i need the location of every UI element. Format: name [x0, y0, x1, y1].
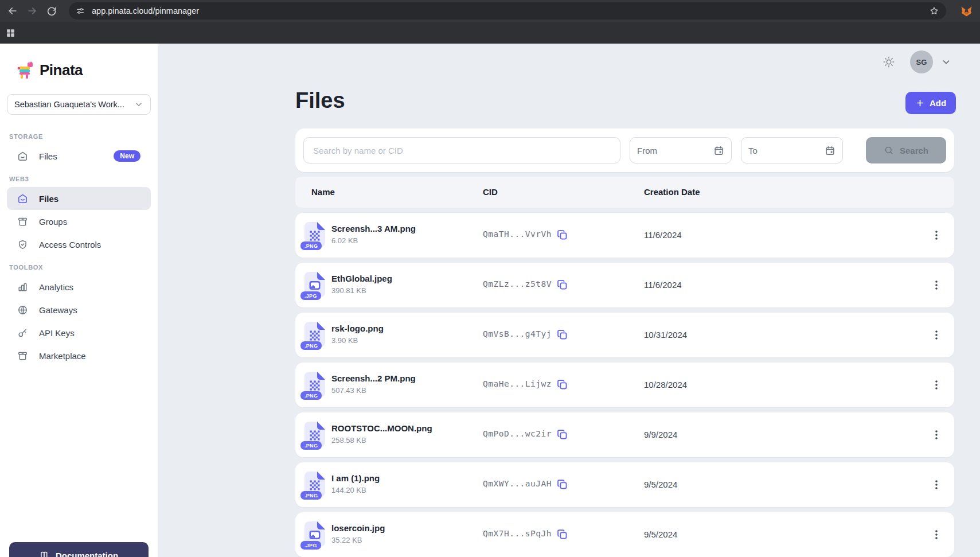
copy-cid-button[interactable] — [556, 429, 568, 441]
file-name-block: I am (1).png 144.20 KB — [331, 473, 380, 494]
sidebar-item-files-web3[interactable]: Files — [7, 187, 151, 210]
table-row[interactable]: .PNG I am (1).png 144.20 KB QmXWY...auJA… — [295, 462, 954, 507]
file-type-icon: .PNG — [304, 372, 325, 397]
row-menu-kebab-icon[interactable] — [931, 379, 942, 391]
table-row[interactable]: .PNG ROOTSTOC...MOON.png 258.58 KB QmPoD… — [295, 412, 954, 457]
sidebar-item-groups[interactable]: Groups — [7, 210, 151, 233]
sidebar-item-api-keys[interactable]: API Keys — [7, 321, 151, 344]
box-icon — [17, 350, 28, 361]
file-name: ROOTSTOC...MOON.png — [331, 423, 432, 434]
date-from-field[interactable]: From — [630, 137, 732, 163]
search-button-label: Search — [900, 146, 928, 155]
file-creation-date: 9/5/2024 — [644, 529, 677, 539]
documentation-button[interactable]: Documentation — [9, 542, 149, 557]
calendar-icon — [825, 145, 835, 156]
table-row[interactable]: .PNG rsk-logo.png 3.90 KB QmVsB...g4Tyj … — [295, 313, 954, 357]
copy-cid-button[interactable] — [556, 279, 568, 291]
column-header-creation-date: Creation Date — [644, 187, 700, 197]
chevron-down-icon — [134, 100, 143, 109]
row-menu-kebab-icon[interactable] — [931, 429, 942, 441]
file-size: 6.02 KB — [331, 236, 416, 245]
avatar[interactable]: SG — [910, 50, 933, 73]
copy-cid-button[interactable] — [556, 528, 568, 540]
pinata-logo[interactable]: Pinata — [0, 44, 158, 79]
sidebar-item-gateways[interactable]: Gateways — [7, 298, 151, 321]
file-extension-badge: .PNG — [300, 341, 322, 350]
back-icon[interactable] — [7, 5, 18, 17]
file-rows: .PNG Screensh...3 AM.png 6.02 KB QmaTH..… — [295, 213, 954, 557]
sidebar-item-analytics[interactable]: Analytics — [7, 275, 151, 298]
file-extension-badge: .PNG — [300, 242, 322, 250]
file-name: rsk-logo.png — [331, 323, 384, 334]
sidebar-item-access-controls[interactable]: Access Controls — [7, 233, 151, 256]
bookmark-star-icon[interactable] — [929, 6, 939, 16]
file-name: EthGlobal.jpeg — [331, 273, 392, 284]
sidebar-item-label: Files — [39, 151, 57, 161]
table-row[interactable]: .JPG losercoin.jpg 35.22 KB QmX7H...sPqJ… — [295, 512, 954, 557]
file-extension-badge: .JPG — [300, 291, 321, 300]
file-extension-badge: .JPG — [300, 541, 321, 550]
shield-check-icon — [17, 239, 28, 250]
sidebar: Pinata Sebastian Guaqueta's Work... STOR… — [0, 44, 158, 557]
main-content: SG Files Add From To — [158, 44, 980, 557]
site-settings-icon[interactable] — [76, 6, 85, 15]
profile-chevron-down-icon[interactable] — [941, 57, 951, 67]
sidebar-item-label: Gateways — [39, 305, 77, 315]
documentation-label: Documentation — [56, 551, 118, 557]
file-extension-badge: .PNG — [300, 441, 322, 450]
workspace-selector[interactable]: Sebastian Guaqueta's Work... — [7, 94, 151, 115]
row-menu-kebab-icon[interactable] — [931, 279, 942, 291]
theme-toggle-sun-icon[interactable] — [883, 56, 895, 68]
file-size: 258.58 KB — [331, 436, 432, 445]
file-name-block: ROOTSTOC...MOON.png 258.58 KB — [331, 423, 432, 445]
table-row[interactable]: .PNG Screensh...2 PM.png 507.43 KB QmaHe… — [295, 363, 954, 407]
calendar-icon — [713, 145, 724, 156]
table-row[interactable]: .JPG EthGlobal.jpeg 390.81 KB QmZLz...z5… — [295, 263, 954, 307]
column-header-cid: CID — [483, 187, 498, 197]
date-to-field[interactable]: To — [741, 137, 843, 163]
book-icon — [40, 550, 50, 557]
copy-icon — [556, 478, 568, 490]
add-button[interactable]: Add — [905, 92, 956, 114]
file-type-icon: .PNG — [304, 422, 325, 447]
table-row[interactable]: .PNG Screensh...3 AM.png 6.02 KB QmaTH..… — [295, 213, 954, 258]
key-icon — [17, 328, 28, 338]
pinata-logo-text: Pinata — [40, 61, 83, 79]
file-creation-date: 9/9/2024 — [644, 430, 677, 439]
header-actions: SG — [883, 50, 951, 73]
file-size: 144.20 KB — [331, 486, 380, 494]
metamask-extension-icon[interactable] — [960, 5, 973, 18]
row-menu-kebab-icon[interactable] — [931, 329, 942, 341]
section-label-web3: WEB3 — [7, 168, 151, 187]
copy-cid-button[interactable] — [556, 379, 568, 391]
copy-cid-button[interactable] — [556, 329, 568, 341]
row-menu-kebab-icon[interactable] — [931, 229, 942, 241]
copy-cid-button[interactable] — [556, 478, 568, 490]
file-name-block: Screensh...3 AM.png 6.02 KB — [331, 223, 416, 245]
sidebar-item-marketplace[interactable]: Marketplace — [7, 344, 151, 367]
row-menu-kebab-icon[interactable] — [931, 479, 942, 490]
file-cid: QmVsB...g4Tyj — [483, 329, 552, 338]
reload-icon[interactable] — [46, 5, 57, 17]
sidebar-item-files-storage[interactable]: Files New — [7, 145, 151, 168]
row-menu-kebab-icon[interactable] — [931, 529, 942, 540]
file-size: 35.22 KB — [331, 536, 385, 544]
copy-icon — [556, 379, 568, 391]
file-type-icon: .PNG — [304, 472, 325, 497]
address-bar[interactable]: app.pinata.cloud/pinmanager — [69, 2, 946, 20]
forward-icon[interactable] — [26, 5, 38, 17]
search-input[interactable] — [303, 137, 620, 163]
copy-cid-button[interactable] — [556, 229, 568, 241]
sidebar-nav: STORAGE Files New WEB3 Files Groups — [0, 115, 158, 367]
file-name-block: losercoin.jpg 35.22 KB — [331, 523, 385, 544]
apps-grid-icon[interactable] — [6, 28, 15, 38]
new-badge: New — [114, 150, 140, 162]
file-creation-date: 11/6/2024 — [644, 230, 682, 240]
sidebar-item-label: Groups — [39, 217, 67, 227]
file-name: Screensh...3 AM.png — [331, 223, 416, 234]
files-icon — [17, 151, 28, 162]
section-label-storage: STORAGE — [7, 125, 151, 145]
file-cid: QmXWY...auJAH — [483, 479, 552, 488]
search-button[interactable]: Search — [866, 137, 946, 163]
file-name: I am (1).png — [331, 473, 380, 484]
